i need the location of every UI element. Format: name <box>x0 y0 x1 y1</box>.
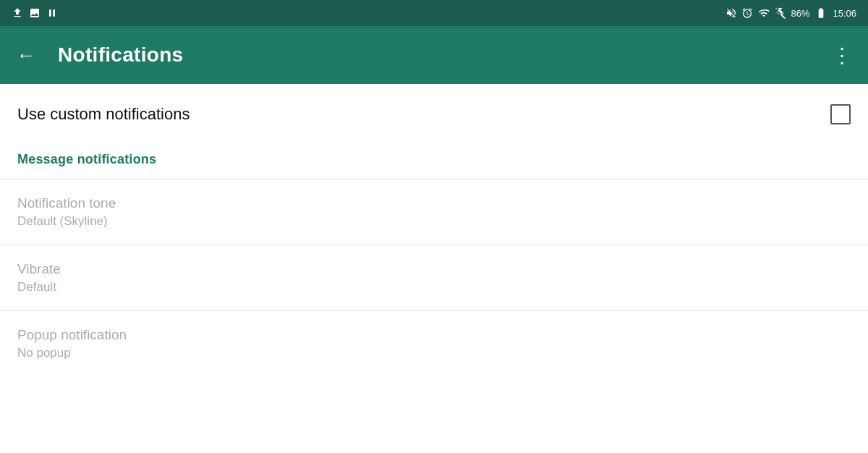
status-bar-left <box>12 7 58 19</box>
notification-tone-row[interactable]: Notification tone Default (Skyline) <box>0 179 868 245</box>
notification-tone-title: Notification tone <box>17 195 851 211</box>
popup-notification-title: Popup notification <box>17 327 851 343</box>
custom-notifications-checkbox[interactable] <box>830 104 851 124</box>
wifi-icon <box>757 7 770 19</box>
battery-percentage: 86% <box>791 8 809 19</box>
popup-notification-row[interactable]: Popup notification No popup <box>0 310 868 376</box>
toolbar-left: ← Notifications <box>12 41 183 69</box>
popup-notification-value: No popup <box>17 346 851 360</box>
toolbar: ← Notifications ⋮ <box>0 26 868 84</box>
back-button[interactable]: ← <box>12 41 41 69</box>
pause-icon <box>46 7 58 19</box>
notification-tone-value: Default (Skyline) <box>17 214 851 229</box>
content-area: Use custom notifications Message notific… <box>0 84 868 376</box>
image-icon <box>29 7 41 19</box>
message-notifications-section: Message notifications <box>0 145 868 179</box>
alarm-icon <box>741 7 753 19</box>
custom-notifications-label: Use custom notifications <box>17 105 190 124</box>
time-display: 15:06 <box>833 8 856 19</box>
more-options-button[interactable]: ⋮ <box>827 41 856 69</box>
status-bar: 86% 15:06 <box>0 0 868 26</box>
custom-notifications-row[interactable]: Use custom notifications <box>0 84 868 145</box>
message-notifications-header: Message notifications <box>17 152 156 166</box>
vibrate-title: Vibrate <box>17 261 851 277</box>
vibrate-value: Default <box>17 280 851 295</box>
vibrate-row[interactable]: Vibrate Default <box>0 245 868 310</box>
mute-icon <box>726 7 737 19</box>
battery-icon <box>814 7 828 19</box>
page-title: Notifications <box>58 43 183 67</box>
download-icon <box>12 7 23 19</box>
status-bar-right: 86% 15:06 <box>726 7 856 19</box>
signal-icon <box>775 7 786 19</box>
